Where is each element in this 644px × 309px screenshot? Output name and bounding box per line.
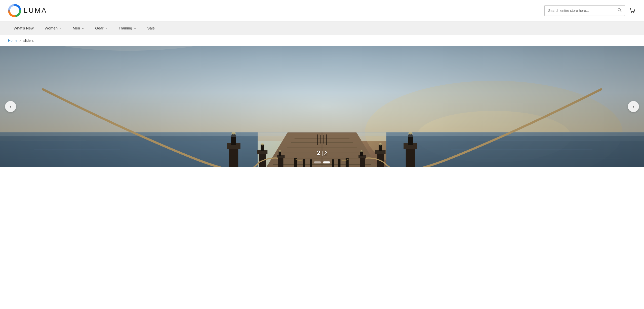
image-slider: ‹ › 2|2 [0,46,644,167]
chevron-down-icon: ⌄ [59,26,62,30]
cart-button[interactable] [629,7,636,14]
logo-area: LUMA [8,4,47,17]
chevron-down-icon: ⌄ [134,26,136,30]
breadcrumb: Home > sliders [0,35,644,46]
slider-prev-button[interactable]: ‹ [5,101,16,112]
nav-label-sale: Sale [147,26,155,30]
header-right [544,5,636,16]
luma-logo-icon [8,4,21,17]
nav-link-women[interactable]: Women ⌄ [39,21,67,35]
search-bar [544,5,625,16]
slide-counter: 2|2 [317,149,327,157]
breadcrumb-separator: > [19,39,21,43]
nav-item-sale: Sale [142,21,160,35]
svg-point-4 [633,12,634,13]
chevron-down-icon: ⌄ [105,26,108,30]
slide-dot-2[interactable] [323,161,330,163]
cart-icon [629,7,636,14]
nav-item-gear: Gear ⌄ [90,21,113,35]
slide-dots [314,161,330,163]
slide-dot-1[interactable] [314,161,321,163]
nav-link-whats-new[interactable]: What's New [8,21,39,35]
slide-image [0,46,644,167]
slider-next-button[interactable]: › [628,101,639,112]
nav-item-whats-new: What's New [8,21,39,35]
svg-line-2 [620,11,621,12]
main-nav: What's New Women ⌄ Men ⌄ Gear ⌄ Training [0,21,644,35]
pier-scene-svg [0,46,644,167]
breadcrumb-current: sliders [23,39,33,43]
nav-link-gear[interactable]: Gear ⌄ [90,21,113,35]
nav-item-women: Women ⌄ [39,21,67,35]
search-input[interactable] [545,6,615,15]
nav-label-women: Women [45,26,58,30]
nav-link-men[interactable]: Men ⌄ [67,21,90,35]
svg-rect-79 [0,46,644,167]
nav-label-gear: Gear [95,26,103,30]
logo-text: LUMA [24,7,47,15]
nav-link-training[interactable]: Training ⌄ [113,21,142,35]
search-button[interactable] [615,6,625,16]
slide-counter-separator: | [321,150,323,156]
total-slide-number: 2 [324,150,327,156]
nav-label-men: Men [73,26,80,30]
current-slide-number: 2 [317,149,320,157]
nav-link-sale[interactable]: Sale [142,21,160,35]
site-header: LUMA [0,0,644,21]
nav-item-training: Training ⌄ [113,21,142,35]
chevron-down-icon: ⌄ [82,26,84,30]
breadcrumb-home-link[interactable]: Home [8,39,17,43]
search-icon [618,8,622,12]
nav-item-men: Men ⌄ [67,21,90,35]
svg-point-3 [631,12,632,13]
nav-label-training: Training [119,26,132,30]
nav-label-whats-new: What's New [14,26,34,30]
